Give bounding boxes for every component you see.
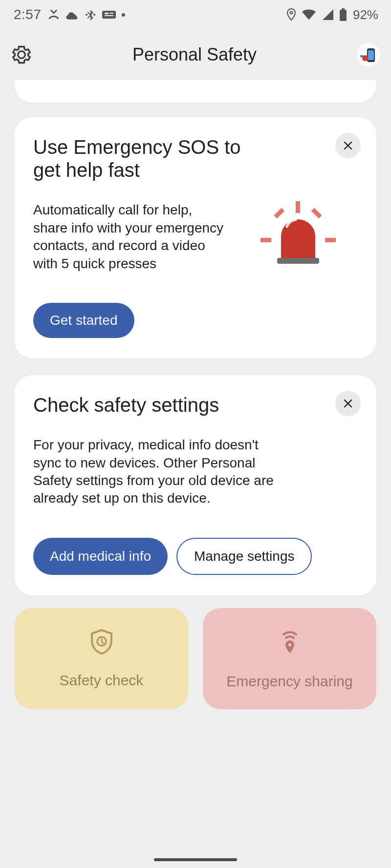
svg-point-21 bbox=[288, 643, 291, 646]
battery-icon bbox=[339, 8, 347, 21]
svg-rect-13 bbox=[360, 55, 363, 57]
bluetooth-connected-icon bbox=[85, 8, 96, 21]
manage-settings-button[interactable]: Manage settings bbox=[176, 538, 312, 575]
news-icon bbox=[102, 10, 116, 20]
app-header: Personal Safety bbox=[0, 27, 391, 80]
battery-percentage: 92% bbox=[353, 7, 378, 22]
content-area: Use Emergency SOS to get help fast Autom… bbox=[0, 80, 391, 709]
page-title: Personal Safety bbox=[132, 44, 257, 65]
emergency-sharing-tile[interactable]: Emergency sharing bbox=[203, 608, 376, 709]
card-body-text: Automatically call for help, share info … bbox=[33, 201, 226, 273]
get-started-button[interactable]: Get started bbox=[33, 303, 134, 338]
emergency-sos-card: Use Emergency SOS to get help fast Autom… bbox=[15, 117, 376, 359]
siren-illustration bbox=[238, 201, 358, 273]
safety-check-tile[interactable]: Safety check bbox=[15, 608, 188, 709]
wifi-icon bbox=[302, 9, 316, 20]
svg-point-6 bbox=[290, 11, 292, 14]
svg-rect-18 bbox=[311, 208, 322, 219]
svg-rect-8 bbox=[340, 10, 347, 21]
svg-rect-4 bbox=[105, 15, 113, 16]
location-broadcast-icon bbox=[277, 629, 303, 659]
svg-point-1 bbox=[93, 14, 95, 16]
previous-card-peek bbox=[15, 80, 376, 103]
svg-rect-7 bbox=[342, 8, 345, 10]
profile-avatar[interactable] bbox=[357, 43, 380, 66]
svg-rect-19 bbox=[277, 258, 319, 264]
svg-rect-3 bbox=[105, 13, 109, 14]
missed-call-icon bbox=[47, 8, 60, 21]
close-icon bbox=[342, 140, 354, 151]
gesture-nav-bar[interactable] bbox=[154, 858, 237, 861]
card-title: Use Emergency SOS to get help fast bbox=[33, 136, 243, 182]
add-medical-info-button[interactable]: Add medical info bbox=[33, 538, 168, 575]
svg-point-0 bbox=[86, 14, 87, 16]
svg-rect-17 bbox=[274, 208, 284, 219]
card-title: Check safety settings bbox=[33, 394, 278, 417]
tile-label: Emergency sharing bbox=[226, 673, 352, 690]
settings-button[interactable] bbox=[11, 44, 32, 65]
dismiss-button[interactable] bbox=[335, 133, 361, 158]
more-notifications-icon bbox=[122, 13, 125, 17]
svg-rect-14 bbox=[261, 238, 271, 242]
status-time: 2:57 bbox=[14, 7, 42, 22]
tile-label: Safety check bbox=[60, 672, 144, 689]
status-left: 2:57 bbox=[14, 7, 125, 22]
status-right: 92% bbox=[286, 7, 378, 22]
svg-rect-2 bbox=[102, 11, 116, 19]
shield-clock-icon bbox=[89, 629, 114, 658]
card-body-text: For your privacy, medical info doesn't s… bbox=[33, 436, 278, 508]
cloud-icon bbox=[66, 10, 79, 20]
close-icon bbox=[342, 398, 354, 409]
svg-rect-5 bbox=[109, 13, 113, 14]
svg-rect-16 bbox=[296, 201, 300, 213]
status-bar: 2:57 92% bbox=[0, 0, 391, 27]
cellular-signal-icon bbox=[322, 9, 333, 20]
svg-rect-11 bbox=[368, 50, 374, 60]
safety-settings-card: Check safety settings For your privacy, … bbox=[15, 375, 376, 595]
location-icon bbox=[286, 8, 296, 21]
svg-rect-15 bbox=[325, 238, 336, 242]
quick-tiles: Safety check Emergency sharing bbox=[15, 608, 376, 709]
dismiss-button[interactable] bbox=[335, 391, 361, 416]
